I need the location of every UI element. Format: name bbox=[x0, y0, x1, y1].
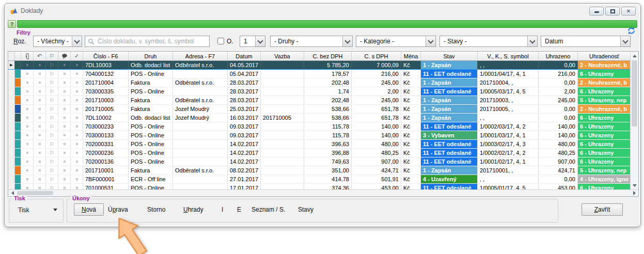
column-header-adresa[interactable]: Adresa - F7 bbox=[173, 52, 228, 60]
cell-s-dph: 501,91 bbox=[352, 175, 401, 183]
column-header-uhrazeno[interactable]: Uhrazeno bbox=[539, 52, 578, 60]
kategorie-select-arrow[interactable] bbox=[426, 36, 435, 46]
status-dot-icon bbox=[71, 61, 83, 69]
paperclip-icon[interactable] bbox=[21, 52, 34, 60]
help-button[interactable]: ? bbox=[8, 20, 16, 28]
column-header-uhradenost[interactable]: Uhradenosť bbox=[578, 52, 631, 60]
cell-symbol: , , bbox=[478, 175, 539, 183]
vertical-scroll-thumb[interactable] bbox=[632, 60, 637, 126]
count-select[interactable]: 1 bbox=[240, 36, 265, 47]
stavy-select[interactable]: - Stavy - bbox=[439, 36, 538, 47]
vertical-scrollbar[interactable] bbox=[630, 52, 638, 189]
column-header-mena[interactable]: Měna bbox=[401, 52, 421, 60]
druhy-select-value: - Druhy - bbox=[271, 36, 342, 46]
table-row[interactable]: ⚐704000132POS - Online05.04.2017178,5721… bbox=[8, 70, 631, 78]
column-header-bez-dph[interactable]: C. bez DPH bbox=[304, 52, 352, 60]
column-header-datum[interactable]: Datum bbox=[228, 52, 261, 60]
cell-datum: 28.03.2017 bbox=[228, 87, 261, 96]
cell-uhrazeno: 140,00 bbox=[539, 122, 578, 131]
flag-icon[interactable]: ⚐ bbox=[46, 52, 58, 60]
arrow-right-icon bbox=[633, 191, 636, 195]
seznam-button[interactable]: Seznam / S. bbox=[249, 203, 287, 216]
druhy-select-arrow[interactable] bbox=[342, 36, 352, 46]
roz-label[interactable]: Roz. bbox=[13, 38, 26, 45]
maximize-button[interactable] bbox=[605, 7, 620, 15]
scroll-up-button[interactable] bbox=[631, 52, 638, 60]
scroll-down-button[interactable] bbox=[631, 181, 638, 189]
rozsah-select[interactable]: - Všechny - bbox=[33, 36, 82, 47]
scroll-right-button[interactable] bbox=[630, 190, 638, 196]
cell-adresa bbox=[173, 70, 228, 78]
column-header-s-dph[interactable]: C. s DPH bbox=[352, 52, 401, 60]
table-row[interactable]: ⚐703000335POS - Online28.03.20171,742,00… bbox=[8, 87, 631, 96]
table-row[interactable]: ▶⚐7DL10003Odb. dodací listOdběratel s.r.… bbox=[8, 61, 631, 70]
check-icon[interactable]: ✓ bbox=[71, 52, 83, 60]
count-select-arrow[interactable] bbox=[255, 36, 265, 46]
search-box[interactable] bbox=[85, 36, 210, 47]
column-header-vazba[interactable]: Vazba bbox=[261, 52, 304, 60]
table-row[interactable]: ⚐201710003FakturaOdběratel s.r.o.28.03.2… bbox=[8, 96, 631, 105]
cell-uhrazeno: 0,00 bbox=[539, 105, 578, 113]
datum-select[interactable]: Datum bbox=[541, 36, 631, 47]
table-row[interactable]: ⚐702000331POS - Online14.02.2017396,6348… bbox=[8, 140, 631, 149]
cell-symbol: 1/0001/03/17, 4, 1 bbox=[478, 131, 539, 139]
title-bar[interactable]: Doklady ✕ bbox=[5, 4, 640, 18]
cell-adresa bbox=[173, 140, 228, 148]
cell-uhradenost: 2 - Neuhrazené, b bbox=[578, 61, 631, 69]
cell-druh: Faktura bbox=[129, 166, 173, 174]
stavy-button[interactable]: Stavy bbox=[296, 203, 316, 216]
cell-cislo: 201710001 bbox=[83, 166, 129, 174]
cell-uhrazeno: 0,00 bbox=[539, 78, 578, 87]
column-header-symbol[interactable]: V., K., S. symbol bbox=[478, 52, 539, 60]
cell-druh: POS - Online bbox=[129, 131, 173, 139]
table-row[interactable]: ⚐7DL10002Odb. dodací listJozef Moudrý16.… bbox=[8, 114, 631, 122]
row-indicator bbox=[8, 157, 15, 166]
nova-button[interactable]: Nová bbox=[74, 203, 104, 216]
table-row[interactable]: ⚐703000233POS - Online09.03.2017115,7814… bbox=[8, 122, 631, 131]
table-row[interactable]: ⚐703000133POS - Online09.03.2017115,7814… bbox=[8, 131, 631, 140]
column-header-cislo[interactable]: Číslo - F6 bbox=[83, 52, 129, 60]
i-button[interactable]: I bbox=[219, 203, 225, 216]
e-button[interactable]: E bbox=[235, 203, 243, 216]
color-column-header bbox=[15, 52, 21, 60]
search-input[interactable] bbox=[97, 37, 209, 45]
datum-select-arrow[interactable] bbox=[620, 36, 630, 46]
horizontal-scroll-thumb[interactable] bbox=[17, 191, 53, 195]
cell-symbol: 1/0002/02/17, 4, 2 bbox=[478, 149, 539, 157]
refresh-icon[interactable] bbox=[627, 26, 636, 35]
close-button[interactable]: ✕ bbox=[621, 7, 636, 15]
documents-grid: ↶⚐✓Číslo - F6DruhAdresa - F7DatumVazbaC.… bbox=[8, 51, 639, 197]
table-row[interactable]: ⚐702000236POS - Online14.02.2017396,8848… bbox=[8, 149, 631, 157]
flag-icon: ⚐ bbox=[46, 105, 58, 113]
tisk-dropdown[interactable]: Tisk bbox=[15, 204, 60, 216]
table-row[interactable]: ⚐201710004FakturaOdběratel s.r.o.28.03.2… bbox=[8, 78, 631, 87]
kategorie-select[interactable]: - Kategorie - bbox=[356, 36, 436, 47]
rozsah-select-arrow[interactable] bbox=[72, 36, 82, 46]
table-row[interactable]: ⚐7BF000001ECR - Off line27.01.2017414,78… bbox=[8, 175, 631, 184]
stavy-select-arrow[interactable] bbox=[527, 36, 537, 46]
status-dot-icon bbox=[58, 175, 71, 183]
zavrit-button[interactable]: Zavřít bbox=[582, 203, 623, 216]
cell-s-dph: 480,00 bbox=[352, 140, 401, 148]
cell-s-dph: 480,25 bbox=[352, 149, 401, 157]
minimize-button[interactable] bbox=[589, 7, 604, 15]
undo-icon[interactable]: ↶ bbox=[34, 52, 46, 60]
status-dot-icon bbox=[71, 87, 83, 96]
table-row[interactable]: ⚐702000136POS - Online14.02.2017749,6390… bbox=[8, 157, 631, 166]
comment-icon[interactable] bbox=[58, 52, 71, 60]
status-dot-icon bbox=[34, 96, 46, 104]
o-checkbox[interactable] bbox=[217, 38, 224, 44]
column-header-druh[interactable]: Druh bbox=[129, 52, 173, 60]
table-row[interactable]: ⚐201710001FakturaOdběratel s.r.o.08.02.2… bbox=[8, 166, 631, 175]
column-header-stav[interactable]: Stav bbox=[421, 52, 478, 60]
cell-vazba bbox=[261, 175, 304, 183]
druhy-select[interactable]: - Druhy - bbox=[270, 36, 353, 47]
cell-bez-dph: 202,48 bbox=[304, 96, 352, 104]
table-row[interactable]: ⚐201710005FakturaJozef Moudrý25.03.20175… bbox=[8, 105, 631, 114]
uhrady-button[interactable]: Uhrady bbox=[181, 203, 206, 216]
cell-vazba: 201710005 bbox=[261, 114, 304, 122]
caret-down-icon bbox=[53, 209, 57, 213]
flag-icon: ⚐ bbox=[46, 157, 58, 166]
cell-s-dph: 424,71 bbox=[352, 166, 401, 174]
horizontal-scrollbar[interactable] bbox=[8, 189, 638, 196]
